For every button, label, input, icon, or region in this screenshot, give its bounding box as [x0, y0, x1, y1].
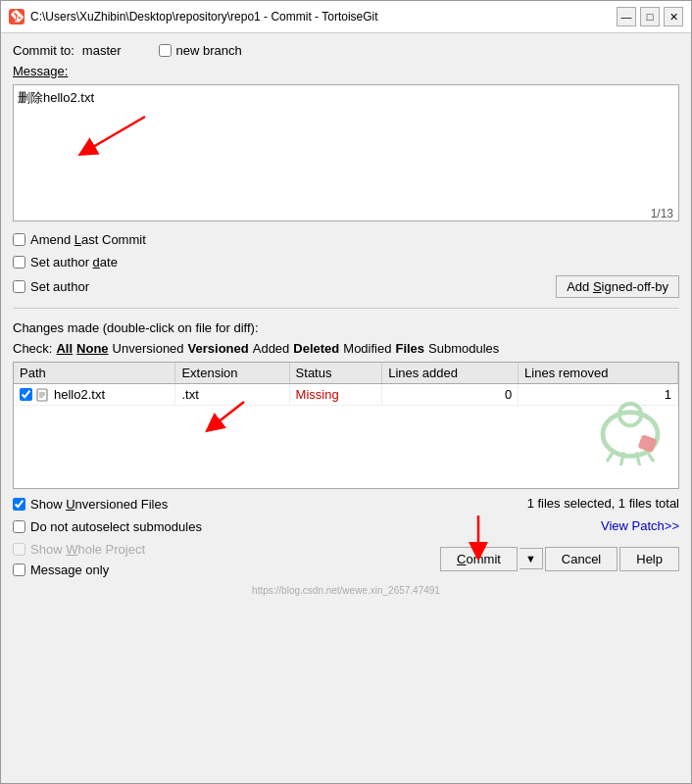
char-count: 1/13 — [651, 207, 673, 220]
commit-dropdown-button[interactable]: ▼ — [519, 548, 543, 569]
files-selected-text: 1 files selected, 1 files total — [527, 496, 679, 511]
message-only-label: Message only — [30, 563, 109, 577]
bottom-action-area: Show Whole Project Message only Commit ▼… — [13, 540, 679, 577]
file-path: hello2.txt — [54, 387, 105, 402]
message-area-wrapper: 1/13 — [13, 84, 679, 224]
col-path: Path — [14, 363, 175, 384]
amend-last-commit-row: Amend Last Commit — [13, 232, 679, 247]
amend-last-commit-label: Amend Last Commit — [30, 232, 146, 247]
watermark: https://blog.csdn.net/wewe.xin_2657.4749… — [13, 583, 679, 600]
show-whole-project-row: Show Whole Project Message only Commit ▼… — [13, 540, 679, 577]
bottom-options-row1: Show Unversioned Files 1 files selected,… — [13, 495, 679, 512]
window-title: C:\Users\XuZhibin\Desktop\repository\rep… — [30, 10, 378, 24]
cancel-button[interactable]: Cancel — [545, 547, 618, 571]
filter-submodules[interactable]: Submodules — [428, 341, 499, 356]
missing-arrow-indicator — [205, 397, 254, 436]
show-whole-project-checkbox-row: Show Whole Project — [13, 542, 145, 557]
commit-branch-value: master — [82, 43, 122, 58]
filter-files[interactable]: Files — [395, 341, 424, 356]
set-author-label: Set author — [30, 279, 89, 294]
set-author-left: Set author — [13, 279, 89, 294]
file-checkbox[interactable] — [20, 388, 32, 401]
set-author-date-label: Set author date — [30, 255, 118, 270]
do-not-autoselect-label: Do not autoselect submodules — [30, 519, 202, 534]
message-underline-label: Message: — [13, 64, 68, 78]
files-table-wrapper: Path Extension Status Lines added Lines … — [13, 362, 679, 489]
bottom-options-row2: Do not autoselect submodules View Patch>… — [13, 517, 679, 534]
cell-status: Missing — [289, 384, 382, 406]
content-area: Commit to: master new branch Message: 1/… — [1, 33, 691, 783]
show-unversioned-row: Show Unversioned Files — [13, 497, 168, 512]
svg-rect-15 — [638, 434, 658, 453]
close-button[interactable]: ✕ — [664, 7, 683, 26]
show-unversioned-label: Show Unversioned Files — [30, 497, 168, 512]
minimize-button[interactable]: — — [617, 7, 636, 26]
view-patch-link[interactable]: View Patch>> — [601, 518, 679, 533]
message-only-checkbox[interactable] — [13, 564, 25, 576]
new-branch-label: new branch — [176, 43, 242, 58]
set-author-row: Set author Add Signed-off-by — [13, 275, 679, 298]
col-lines-added: Lines added — [382, 363, 519, 384]
tortoisegit-logo — [591, 391, 669, 469]
col-extension: Extension — [175, 363, 289, 384]
filter-versioned[interactable]: Versioned — [188, 341, 249, 356]
maximize-button[interactable]: □ — [640, 7, 660, 26]
new-branch-checkbox[interactable] — [159, 44, 172, 57]
status-missing: Missing — [296, 387, 339, 402]
new-branch-wrapper: new branch — [159, 43, 242, 58]
file-icon — [36, 388, 50, 402]
add-signed-off-button[interactable]: Add Signed-off-by — [556, 275, 679, 298]
filter-all[interactable]: All — [56, 341, 73, 356]
filter-added[interactable]: Added — [253, 341, 290, 356]
show-whole-project-label: Show Whole Project — [30, 542, 145, 557]
show-whole-project-checkbox — [13, 543, 25, 556]
titlebar: C:\Users\XuZhibin\Desktop\repository\rep… — [1, 1, 691, 33]
check-label: Check: — [13, 341, 52, 356]
divider-1 — [13, 308, 679, 309]
cell-path-check: hello2.txt — [14, 384, 175, 406]
svg-line-8 — [213, 402, 244, 426]
filter-none[interactable]: None — [76, 341, 109, 356]
do-not-autoselect-checkbox[interactable] — [13, 520, 25, 533]
col-status: Status — [289, 363, 382, 384]
message-only-row: Message only — [13, 563, 145, 577]
check-filter-row: Check: All None Unversioned Versioned Ad… — [13, 341, 679, 356]
commit-to-row: Commit to: master new branch — [13, 43, 679, 58]
set-author-checkbox[interactable] — [13, 280, 25, 293]
filter-unversioned[interactable]: Unversioned — [113, 341, 184, 356]
files-table-container: Path Extension Status Lines added Lines … — [13, 362, 679, 489]
git-icon — [9, 9, 25, 24]
help-button[interactable]: Help — [619, 547, 679, 571]
commit-to-label: Commit to: — [13, 43, 74, 58]
message-arrow-indicator — [72, 112, 150, 161]
table-row[interactable]: hello2.txt .txt Missing 0 1 — [14, 384, 678, 406]
commit-arrow-indicator — [459, 511, 498, 560]
cell-lines-added: 0 — [382, 384, 519, 406]
changes-label: Changes made (double-click on file for d… — [13, 320, 679, 335]
col-lines-removed: Lines removed — [519, 363, 678, 384]
titlebar-controls: — □ ✕ — [617, 7, 683, 26]
set-author-date-checkbox[interactable] — [13, 256, 25, 269]
filter-deleted[interactable]: Deleted — [293, 341, 339, 356]
show-unversioned-checkbox[interactable] — [13, 498, 25, 511]
svg-line-2 — [86, 117, 145, 151]
filter-modified[interactable]: Modified — [343, 341, 391, 356]
do-not-autoselect-row: Do not autoselect submodules — [13, 519, 202, 534]
titlebar-left: C:\Users\XuZhibin\Desktop\repository\rep… — [9, 9, 378, 24]
message-label: Message: — [13, 64, 679, 78]
set-author-date-row: Set author date — [13, 255, 679, 270]
main-window: C:\Users\XuZhibin\Desktop\repository\rep… — [0, 0, 692, 784]
amend-last-commit-checkbox[interactable] — [13, 233, 25, 246]
files-table: Path Extension Status Lines added Lines … — [14, 363, 678, 406]
